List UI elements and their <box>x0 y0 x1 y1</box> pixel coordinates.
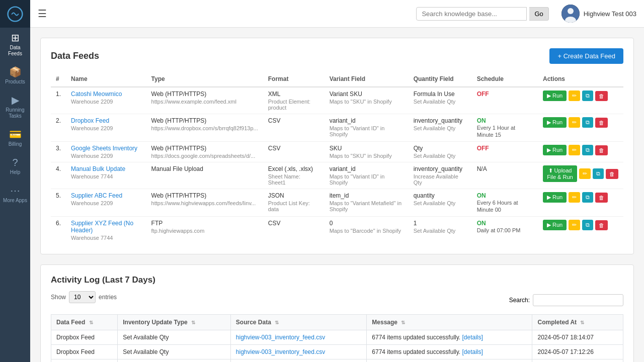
log-message: 6774 items updated successfully. [detail… <box>367 359 532 363</box>
feed-actions-cell: ▶ Run ✏ ⧉ 🗑 <box>538 142 623 162</box>
feed-type: Web (HTTP/HTTPS) <box>151 145 258 152</box>
delete-button[interactable]: 🗑 <box>595 220 608 230</box>
edit-button[interactable]: ✏ <box>569 220 580 230</box>
feed-format-cell: JSON Product List Key: data <box>263 189 325 217</box>
sort-icon-completed: ⇅ <box>580 320 584 325</box>
feed-name-link[interactable]: Dropbox Feed <box>71 117 141 124</box>
search-button[interactable]: Go <box>529 7 548 21</box>
run-button[interactable]: ▶ Run <box>543 192 567 203</box>
log-details-link[interactable]: [details] <box>462 334 483 341</box>
app-logo[interactable] <box>0 0 30 28</box>
upload-run-button[interactable]: ⬆ Upload File & Run <box>543 165 577 182</box>
copy-button[interactable]: ⧉ <box>582 90 593 101</box>
create-data-feed-button[interactable]: + Create Data Feed <box>549 48 623 64</box>
data-feeds-icon: ⊞ <box>11 33 20 43</box>
feed-quantity-field: inventory_quantity <box>414 117 467 124</box>
log-source-link[interactable]: highview-003_inventory_feed.csv <box>236 334 325 341</box>
sidebar-item-products[interactable]: 📦 Products <box>0 62 30 90</box>
feed-name-cell: Google Sheets Inventory Warehouse 2209 <box>66 142 146 162</box>
edit-button[interactable]: ✏ <box>569 192 580 203</box>
feed-name-link[interactable]: Supplier XYZ Feed (No Header) <box>71 220 141 234</box>
run-button[interactable]: ▶ Run <box>543 145 567 155</box>
entries-select[interactable]: 10 25 50 100 <box>69 291 96 303</box>
feed-name-link[interactable]: Catoshi Meowmico <box>71 90 141 98</box>
edit-button[interactable]: ✏ <box>579 168 591 179</box>
feed-type-cell: FTP ftp.highviewapps.com <box>146 217 263 244</box>
log-search-label: Search: <box>509 297 530 304</box>
feed-variant-field: 0 <box>330 220 404 227</box>
more-apps-icon: ⋯ <box>10 186 20 196</box>
data-feeds-table: # Name Type Format Variant Field Quantit… <box>51 71 623 244</box>
data-feeds-header: Data Feeds + Create Data Feed <box>51 48 623 64</box>
feed-variant-cell: item_id Maps to "Variant Metafield" in S… <box>325 189 409 217</box>
log-completed: 2024-05-07 18:14:07 <box>532 330 623 345</box>
sidebar-item-more-apps[interactable]: ⋯ More Apps <box>0 180 30 209</box>
user-name: Highview Test 003 <box>584 10 636 18</box>
edit-button[interactable]: ✏ <box>569 90 580 101</box>
sidebar-item-help[interactable]: ? Help <box>0 152 30 180</box>
log-update-type: Set Available Qty <box>118 330 231 345</box>
sidebar-item-data-feeds[interactable]: ⊞ Data Feeds <box>0 28 30 62</box>
log-source-link[interactable]: highview-003_inventory_feed.csv <box>236 348 325 355</box>
feed-url: ftp.highviewapps.com <box>151 228 258 234</box>
feed-name-link[interactable]: Supplier ABC Feed <box>71 192 141 199</box>
feed-actions-cell: ⬆ Upload File & Run ✏ ⧉ 🗑 <box>538 162 623 189</box>
copy-button[interactable]: ⧉ <box>582 220 593 230</box>
col-num: # <box>51 71 66 87</box>
feed-variant-sub: Maps to "Barcode" in Shopify <box>330 228 404 234</box>
log-col-feed: Data Feed ⇅ <box>51 315 118 330</box>
feed-type-cell: Web (HTTP/HTTPS) https://www.dropbox.com… <box>146 114 263 142</box>
col-schedule: Schedule <box>472 71 538 87</box>
delete-button[interactable]: 🗑 <box>595 118 608 128</box>
log-message: 6774 items updated successfully. [detail… <box>367 330 532 345</box>
feed-warehouse: Warehouse 2209 <box>71 125 141 131</box>
log-row: Dropbox Feed Set Available Qty highview-… <box>51 345 623 359</box>
feed-format: Excel (.xls, .xlsx) <box>268 165 319 172</box>
feed-format: JSON <box>268 192 319 199</box>
feed-quantity-sub: Increase Available Qty <box>414 173 467 186</box>
feed-format-sub: Sheet Name: Sheet1 <box>268 173 319 186</box>
edit-button[interactable]: ✏ <box>569 117 580 128</box>
entries-label: entries <box>99 294 117 301</box>
delete-button[interactable]: 🗑 <box>595 145 608 155</box>
run-button[interactable]: ▶ Run <box>543 90 567 101</box>
data-feeds-section: Data Feeds + Create Data Feed # Name Typ… <box>40 38 634 254</box>
sidebar-item-billing[interactable]: 💳 Billing <box>0 124 30 152</box>
feed-name-link[interactable]: Google Sheets Inventory <box>71 145 141 152</box>
feed-type: Web (HTTP/HTTPS) <box>151 117 258 124</box>
feed-warehouse: Warehouse 7744 <box>71 235 141 241</box>
activity-log-section: Activity Log (Last 7 Days) Show 10 25 50… <box>40 264 634 362</box>
copy-button[interactable]: ⧉ <box>593 168 604 179</box>
edit-button[interactable]: ✏ <box>569 145 580 155</box>
copy-button[interactable]: ⧉ <box>582 192 593 203</box>
feed-url: https://www.example.com/feed.xml <box>151 99 258 105</box>
hamburger-menu[interactable]: ☰ <box>38 8 47 20</box>
feed-variant-cell: variant_id Maps to "Variant ID" in Shopi… <box>325 162 409 189</box>
delete-button[interactable]: 🗑 <box>606 169 618 179</box>
feed-num: 4. <box>51 162 66 189</box>
feed-schedule-cell: ONEvery 1 Hour at Minute 15 <box>472 114 538 142</box>
feed-name-link[interactable]: Manual Bulk Update <box>71 165 141 172</box>
delete-button[interactable]: 🗑 <box>595 91 608 101</box>
running-tasks-icon: ▶ <box>12 95 19 105</box>
sidebar-item-running-tasks[interactable]: ▶ Running Tasks <box>0 90 30 124</box>
sidebar: ⊞ Data Feeds 📦 Products ▶ Running Tasks … <box>0 0 30 362</box>
feed-num: 3. <box>51 142 66 162</box>
feed-variant-field: SKU <box>330 145 404 152</box>
log-details-link[interactable]: [details] <box>462 348 483 355</box>
search-bar: Go <box>416 7 548 21</box>
feed-schedule-cell: N/A <box>472 162 538 189</box>
copy-button[interactable]: ⧉ <box>582 145 593 155</box>
run-button[interactable]: ▶ Run <box>543 117 567 128</box>
delete-button[interactable]: 🗑 <box>595 193 608 203</box>
search-input[interactable] <box>416 7 527 21</box>
copy-button[interactable]: ⧉ <box>582 117 593 128</box>
log-search-input[interactable] <box>533 294 623 306</box>
feed-quantity-cell: inventory_quantity Set Available Qty <box>409 114 472 142</box>
feed-quantity-sub: Set Available Qty <box>414 228 467 234</box>
table-row: 3. Google Sheets Inventory Warehouse 220… <box>51 142 623 162</box>
feed-quantity-cell: quantity Set Available Qty <box>409 189 472 217</box>
feed-quantity-sub: Set Available Qty <box>414 99 467 105</box>
run-button[interactable]: ▶ Run <box>543 220 567 230</box>
schedule-status: ON <box>477 220 486 227</box>
